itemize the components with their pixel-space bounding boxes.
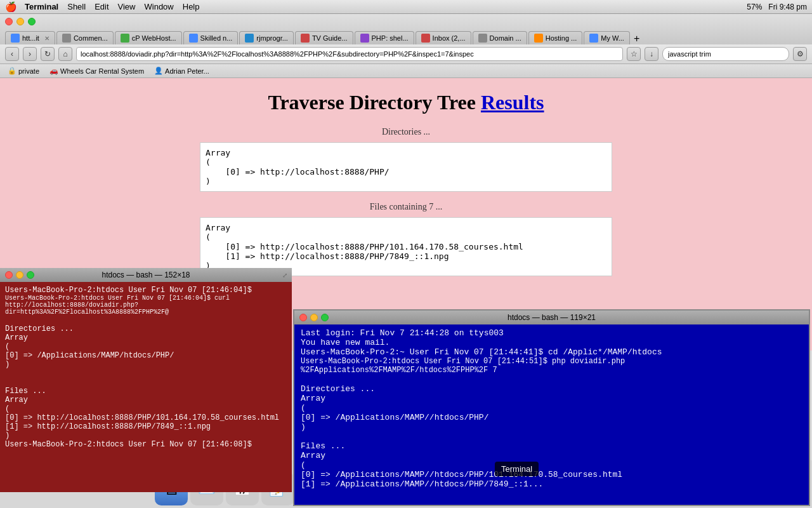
tab-favicon-0 bbox=[11, 34, 20, 43]
new-tab-button[interactable]: + bbox=[634, 33, 639, 44]
tab-1[interactable]: Commen... bbox=[56, 31, 114, 44]
terminal-line-2-4 bbox=[301, 375, 802, 384]
tab-10[interactable]: My W... bbox=[584, 31, 630, 44]
menu-help[interactable]: Help bbox=[183, 2, 200, 11]
terminal-line-2-6: Array bbox=[301, 394, 802, 403]
menu-bar: 🍎 Terminal Shell Edit View Window Help 5… bbox=[0, 0, 812, 14]
terminal-line-2-14: [0] => /Applications/MAMP//htdocs/PHP/10… bbox=[301, 470, 802, 479]
terminal-window-1: htdocs — bash — 152×18 ⤢ Users-MacBook-P… bbox=[0, 268, 292, 492]
bookmark-adrian[interactable]: 👤 Adrian Peter... bbox=[152, 65, 212, 76]
menu-window[interactable]: Window bbox=[145, 2, 174, 11]
tab-label-2: cP WebHost... bbox=[132, 34, 176, 42]
home-button[interactable]: ⌂ bbox=[58, 47, 72, 61]
terminal-close-2[interactable] bbox=[299, 314, 307, 321]
results-link[interactable]: Results bbox=[481, 91, 544, 114]
terminal-title-1: htdocs — bash — 152×18 bbox=[102, 271, 190, 279]
terminal-line-2-1: You have new mail. bbox=[301, 338, 802, 347]
tab-label-9: Hosting ... bbox=[546, 34, 577, 42]
terminal-content-2[interactable]: Last login: Fri Nov 7 21:44:28 on ttys00… bbox=[294, 324, 809, 505]
terminal-min-2[interactable] bbox=[310, 314, 318, 321]
terminal-line-2-13: ( bbox=[301, 460, 802, 470]
tab-3[interactable]: Skilled n... bbox=[183, 31, 239, 44]
terminal-line: Files ... bbox=[5, 387, 287, 396]
download-button[interactable]: ↓ bbox=[645, 47, 658, 61]
terminal-line: [0] => /Applications/MAMP/htdocs/PHP/ bbox=[5, 351, 287, 360]
tab-2[interactable]: cP WebHost... bbox=[115, 31, 182, 44]
tab-favicon-10 bbox=[589, 34, 598, 43]
tab-label-5: TV Guide... bbox=[312, 34, 348, 42]
terminal-line bbox=[5, 369, 287, 378]
search-input[interactable] bbox=[662, 47, 789, 61]
terminal-min-1[interactable] bbox=[16, 271, 23, 279]
tab-5[interactable]: TV Guide... bbox=[295, 31, 353, 44]
terminal-line-2-9: ) bbox=[301, 422, 802, 432]
terminal-line: Users-MacBook-Pro-2:htdocs User Fri Nov … bbox=[5, 440, 287, 449]
tab-4[interactable]: rjmprogr... bbox=[239, 31, 294, 44]
nav-bar: ‹ › ↻ ⌂ ☆ ↓ ⚙ bbox=[0, 44, 812, 64]
terminal-line: Directories ... bbox=[5, 324, 287, 333]
settings-button[interactable]: ⚙ bbox=[793, 47, 807, 61]
terminal-line: ) bbox=[5, 360, 287, 369]
bookmark-label-private: private bbox=[18, 67, 39, 75]
tab-label-8: Domain ... bbox=[490, 34, 521, 42]
menu-shell[interactable]: Shell bbox=[67, 2, 86, 11]
tab-favicon-8 bbox=[478, 34, 487, 43]
terminal-max-2[interactable] bbox=[321, 314, 329, 321]
tab-9[interactable]: Hosting ... bbox=[528, 31, 583, 44]
bookmark-label-wheels: Wheels Car Rental System bbox=[60, 67, 144, 75]
tab-favicon-9 bbox=[534, 34, 543, 43]
terminal-line: [0] => http://localhost:8888/PHP/101.164… bbox=[5, 413, 287, 422]
back-button[interactable]: ‹ bbox=[5, 47, 19, 61]
tab-favicon-7 bbox=[421, 34, 430, 43]
browser-content: Traverse Directory Tree Results Director… bbox=[0, 78, 812, 299]
url-bar[interactable] bbox=[76, 47, 623, 61]
tab-8[interactable]: Domain ... bbox=[473, 31, 527, 44]
battery-indicator: 57% bbox=[747, 3, 762, 11]
terminal-titlebar-1: htdocs — bash — 152×18 ⤢ bbox=[0, 268, 292, 282]
menu-view[interactable]: View bbox=[118, 2, 136, 11]
terminal-line: Array bbox=[5, 396, 287, 404]
menu-bar-right: 57% Fri 9:48 pm bbox=[747, 3, 807, 11]
terminal-line bbox=[5, 378, 287, 387]
terminal-line: ( bbox=[5, 342, 287, 351]
tab-0[interactable]: htt...it ✕ bbox=[5, 31, 55, 44]
terminal-window-2: htdocs — bash — 119×21 Last login: Fri N… bbox=[293, 309, 810, 506]
app-name[interactable]: Terminal bbox=[25, 2, 58, 11]
bookmark-wheels[interactable]: 🚗 Wheels Car Rental System bbox=[47, 65, 147, 76]
tab-7[interactable]: Inbox (2,... bbox=[416, 31, 471, 44]
apple-menu[interactable]: 🍎 bbox=[5, 1, 17, 13]
tab-bar: htt...it ✕ Commen... cP WebHost... Skill… bbox=[5, 28, 807, 44]
terminal-line: Users-MacBook-Pro-2:htdocs User Fri Nov … bbox=[5, 286, 287, 295]
refresh-button[interactable]: ↻ bbox=[41, 47, 55, 61]
tab-close-0[interactable]: ✕ bbox=[44, 35, 49, 42]
menu-edit[interactable]: Edit bbox=[95, 2, 108, 11]
terminal-line-2-3: Users-MacBook-Pro-2:htdocs User Fri Nov … bbox=[301, 357, 802, 375]
minimize-button[interactable] bbox=[16, 18, 24, 25]
maximize-button[interactable] bbox=[28, 18, 36, 25]
section1-content[interactable]: Array ( [0] => http://localhost:8888/PHP… bbox=[200, 142, 612, 192]
tab-favicon-4 bbox=[245, 34, 254, 43]
section2-label: Files containing 7 ... bbox=[13, 202, 799, 212]
bookmark-private[interactable]: 🔒 private bbox=[5, 65, 42, 76]
close-button[interactable] bbox=[5, 18, 13, 25]
terminal-line: Users-MacBook-Pro-2:htdocs User Fri Nov … bbox=[5, 295, 287, 316]
tab-6[interactable]: PHP: shel... bbox=[355, 31, 414, 44]
terminal-content-1[interactable]: Users-MacBook-Pro-2:htdocs User Fri Nov … bbox=[0, 282, 292, 492]
tab-label-3: Skilled n... bbox=[200, 34, 233, 42]
terminal-close-1[interactable] bbox=[5, 271, 13, 279]
terminal-resize-1[interactable]: ⤢ bbox=[280, 271, 289, 279]
bookmark-icon-private: 🔒 bbox=[8, 67, 16, 75]
tab-label-7: Inbox (2,... bbox=[433, 34, 466, 42]
tab-favicon-2 bbox=[121, 34, 129, 43]
bookmark-icon-adrian: 👤 bbox=[154, 67, 163, 75]
terminal-titlebar-2: htdocs — bash — 119×21 bbox=[294, 311, 809, 324]
tab-label-4: rjmprogr... bbox=[256, 34, 288, 42]
bookmark-star[interactable]: ☆ bbox=[627, 47, 641, 61]
terminal-line-2-10 bbox=[301, 432, 802, 441]
forward-button[interactable]: › bbox=[23, 47, 37, 61]
terminal-max-1[interactable] bbox=[27, 271, 34, 279]
terminal-line bbox=[5, 316, 287, 324]
terminal-line-2-7: ( bbox=[301, 403, 802, 413]
tab-favicon-6 bbox=[360, 34, 369, 43]
datetime: Fri 9:48 pm bbox=[768, 3, 807, 11]
